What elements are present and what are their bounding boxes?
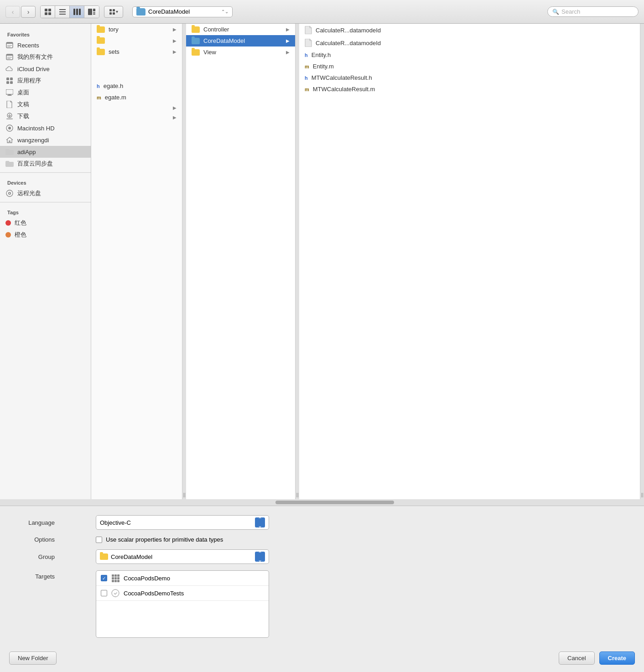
group-select-arrow: ⌃⌄ xyxy=(255,552,265,562)
bottom-buttons: New Folder Cancel Create xyxy=(0,644,644,672)
file-label-controller: Controller xyxy=(203,26,229,33)
sidebar-item-icloud[interactable]: iCloud Drive xyxy=(0,63,91,75)
resize-handle-2[interactable]: || xyxy=(296,24,299,499)
options-checkbox[interactable] xyxy=(96,537,102,543)
svg-rect-7 xyxy=(73,9,75,15)
sidebar-label-recents: Recents xyxy=(17,42,39,49)
svg-point-37 xyxy=(8,127,11,129)
resize-handle-3[interactable]: || xyxy=(640,24,644,499)
docs-icon xyxy=(5,100,14,109)
file-item-sets[interactable]: sets ▶ xyxy=(91,46,182,57)
target-icon-2 xyxy=(111,589,120,598)
file-item-calc2[interactable]: CalculateR...datamodeId xyxy=(299,36,640,49)
m-icon-1: m xyxy=(97,95,101,100)
file-item-entity-h[interactable]: h Entity.h xyxy=(299,49,640,61)
sidebar-item-macintosh[interactable]: Macintosh HD xyxy=(0,122,91,134)
back-button[interactable]: ‹ xyxy=(5,6,20,18)
arrow-coredatamodel: ▶ xyxy=(286,38,290,43)
horizontal-scrollbar[interactable] xyxy=(0,499,644,506)
svg-rect-15 xyxy=(113,9,115,11)
sidebar-item-baidu[interactable]: 百度云同步盘 xyxy=(0,158,91,170)
target-checkbox-2[interactable] xyxy=(101,590,107,596)
resize-handle-1[interactable]: || xyxy=(182,24,186,499)
arrow-view: ▶ xyxy=(286,50,290,55)
file-item-entity-m[interactable]: m Entity.m xyxy=(299,61,640,72)
file-item-blank1[interactable]: ▶ xyxy=(91,35,182,46)
file-item-egate-h[interactable]: h egate.h xyxy=(91,80,182,92)
sidebar-item-docs[interactable]: 文稿 xyxy=(0,98,91,110)
file-label-coredatamodel: CoreDataModel xyxy=(203,37,245,44)
view-more-button[interactable]: ▾ xyxy=(104,6,123,18)
forward-button[interactable]: › xyxy=(21,6,36,18)
svg-rect-21 xyxy=(7,47,10,47)
sidebar-item-allfiles[interactable]: 我的所有文件 xyxy=(0,51,91,63)
language-select[interactable]: Objective-C ⌃⌄ xyxy=(96,515,269,530)
form-area: Language Objective-C ⌃⌄ Options Use scal… xyxy=(0,515,644,638)
search-icon: 🔍 xyxy=(552,9,559,15)
sidebar-label-orange: 橙色 xyxy=(15,231,26,239)
targets-empty-space xyxy=(96,601,269,637)
h-icon-1: h xyxy=(97,83,100,89)
svg-rect-23 xyxy=(6,54,13,56)
file-item-view[interactable]: View ▶ xyxy=(186,47,295,58)
scrollbar-thumb[interactable] xyxy=(275,501,394,504)
create-button[interactable]: Create xyxy=(599,651,635,665)
svg-rect-28 xyxy=(6,81,9,84)
sidebar-label-wangzengdi: wangzengdi xyxy=(17,137,49,144)
view-columns-button[interactable] xyxy=(70,6,84,18)
group-select[interactable]: CoreDataModel ⌃⌄ xyxy=(96,549,269,564)
sidebar-item-downloads[interactable]: 下载 xyxy=(0,110,91,122)
sidebar-item-orange[interactable]: 橙色 xyxy=(0,229,91,241)
sidebar-label-red: 红色 xyxy=(15,219,26,227)
view-icons-button[interactable] xyxy=(41,6,55,18)
main-area: Favorites Recents 我的所有文件 iCloud Drive 应用… xyxy=(0,24,644,499)
path-folder-icon xyxy=(136,8,145,16)
file-label-calc1: CalculateR...datamodeId xyxy=(316,27,381,34)
btn-group-right: Cancel Create xyxy=(559,651,635,665)
app-grid-1 xyxy=(112,574,119,582)
svg-rect-17 xyxy=(113,12,115,15)
sidebar-item-wangzengdi[interactable]: wangzengdi xyxy=(0,134,91,146)
svg-rect-2 xyxy=(45,12,47,15)
sidebar-item-desktop[interactable]: 桌面 xyxy=(0,87,91,98)
sidebar-item-red[interactable]: 红色 xyxy=(0,217,91,229)
file-item-calc1[interactable]: CalculateR...datamodeId xyxy=(299,24,640,36)
file-item-tory[interactable]: tory ▶ xyxy=(91,24,182,35)
file-item-mtw-h[interactable]: h MTWCalculateResult.h xyxy=(299,72,640,83)
file-label-mtw-h: MTWCalculateResult.h xyxy=(312,74,372,81)
datamodel-icon-1 xyxy=(305,26,312,34)
sidebar-item-apps[interactable]: 应用程序 xyxy=(0,75,91,87)
sidebar: Favorites Recents 我的所有文件 iCloud Drive 应用… xyxy=(0,24,91,499)
group-row: Group CoreDataModel ⌃⌄ xyxy=(18,549,626,564)
file-label-entity-h: Entity.h xyxy=(312,52,331,58)
target-checkbox-1[interactable]: ✓ xyxy=(101,575,107,581)
red-tag-dot xyxy=(5,220,11,226)
file-item-mtw-m[interactable]: m MTWCalculateResult.m xyxy=(299,83,640,95)
sidebar-item-adiapp[interactable]: adiApp xyxy=(0,146,91,158)
view-list-button[interactable] xyxy=(55,6,70,18)
path-selector[interactable]: CoreDataModel ⌃⌄ xyxy=(132,6,233,17)
file-item-controller[interactable]: Controller ▶ xyxy=(186,24,295,35)
view-preview-button[interactable] xyxy=(84,6,99,18)
options-row: Options Use scalar properties for primit… xyxy=(18,536,626,543)
file-label-sets: sets xyxy=(109,48,119,55)
sidebar-item-remote-disk[interactable]: 远程光盘 xyxy=(0,187,91,199)
svg-rect-0 xyxy=(45,9,47,11)
sidebar-item-recents[interactable]: Recents xyxy=(0,39,91,51)
folder-icon-adiapp xyxy=(5,148,14,156)
sidebar-label-baidu: 百度云同步盘 xyxy=(17,160,53,168)
cancel-button[interactable]: Cancel xyxy=(559,651,594,665)
svg-rect-13 xyxy=(93,14,95,15)
file-item-arrow2[interactable]: ▶ xyxy=(91,113,182,122)
search-bar[interactable]: 🔍 Search xyxy=(547,6,639,17)
new-folder-button[interactable]: New Folder xyxy=(9,651,57,665)
svg-rect-29 xyxy=(10,81,13,84)
targets-row: Targets ✓ CocoaPodsDemo xyxy=(18,570,626,638)
svg-rect-11 xyxy=(93,9,95,11)
file-item-coredatamodel[interactable]: CoreDataModel ▶ xyxy=(186,35,295,47)
file-item-arrow1[interactable]: ▶ xyxy=(91,103,182,113)
file-item-blank2[interactable] xyxy=(91,57,182,80)
svg-rect-35 xyxy=(6,119,13,119)
file-item-egate-m[interactable]: m egate.m xyxy=(91,92,182,103)
group-label: Group xyxy=(18,553,55,560)
